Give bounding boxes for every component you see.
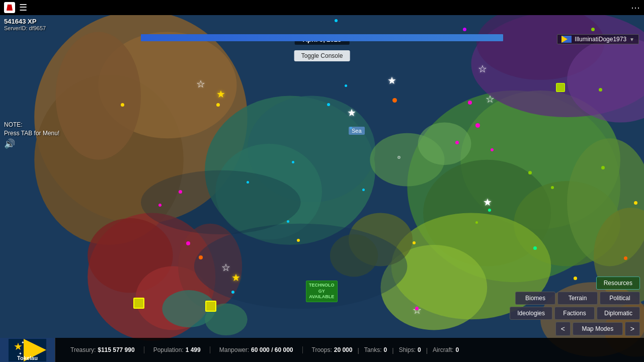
terrain-button[interactable]: Terrain: [557, 292, 598, 305]
player-badge: IlluminatiDoge1973 ▼: [557, 34, 639, 44]
population-value: 1 499: [186, 346, 201, 353]
dot-15: [455, 141, 459, 144]
political-button[interactable]: Political: [600, 292, 640, 305]
dot-1: [335, 19, 338, 22]
svg-point-30: [141, 170, 301, 234]
ideologies-button[interactable]: Ideologies: [510, 307, 552, 320]
dot-6: [327, 103, 330, 106]
dot-2: [463, 28, 466, 31]
map-modes-label: Map Modes: [573, 322, 623, 335]
unit-3: [556, 83, 565, 92]
map-star-9: ★: [231, 272, 240, 284]
manpower-label: Manpower:: [219, 346, 249, 353]
dot-30: [488, 209, 491, 212]
player-xp: 541643 XP: [4, 18, 46, 25]
unit-1: [133, 298, 144, 309]
military-stats: Troops: 20 000 | Tanks: 0 | Ships: 0 | A…: [303, 346, 468, 354]
dot-26: [186, 241, 190, 245]
player-badge-arrow: ▼: [629, 37, 634, 42]
resources-button[interactable]: Resources: [596, 277, 640, 290]
dot-20: [533, 246, 537, 250]
dot-7: [345, 84, 347, 87]
loading-bar-container: [141, 34, 503, 41]
svg-point-28: [418, 123, 471, 165]
menu-icon[interactable]: ☰: [19, 2, 27, 13]
ships-value: 0: [418, 346, 421, 353]
population-label: Population:: [153, 346, 184, 353]
dot-36: [231, 291, 234, 294]
nav-prev-button[interactable]: <: [555, 322, 571, 336]
dot-14: [475, 123, 480, 128]
country-flag-name: Tokelau: [0, 355, 55, 361]
troops-value: 20 000: [334, 346, 353, 353]
dot-31: [475, 221, 478, 224]
map-star-1: ☆: [196, 78, 205, 90]
bottom-stats: Treasury: $115 577 990 Population: 1 499…: [55, 346, 644, 354]
sea-label: Sea: [349, 127, 365, 135]
dot-17: [528, 171, 532, 174]
treasury-stat: Treasury: $115 577 990: [61, 346, 144, 353]
toggle-console-button[interactable]: Toggle Console: [294, 50, 350, 61]
map-star-4: ☆: [478, 63, 487, 75]
troops-label: Troops:: [312, 346, 332, 353]
resources-row: Resources: [596, 277, 640, 290]
ideologies-factions-diplomatic-row: Ideologies Factions Diplomatic: [510, 307, 640, 320]
dot-5: [216, 103, 220, 107]
dot-33: [634, 201, 637, 205]
note-line1: NOTE:: [4, 121, 59, 129]
dot-23: [415, 307, 419, 310]
factions-button[interactable]: Factions: [554, 307, 595, 320]
dot-19: [601, 166, 605, 169]
nav-next-button[interactable]: >: [625, 322, 640, 336]
map-mode-panel: Resources Biomes Terrain Political Ideol…: [510, 277, 640, 336]
dot-4: [121, 103, 124, 107]
map-modes-nav: < Map Modes >: [555, 322, 640, 336]
dot-11: [287, 220, 289, 223]
player-info: 541643 XP ServerID: df9657: [4, 18, 46, 31]
dot-25: [158, 204, 162, 207]
dot-16: [491, 148, 494, 151]
player-flag-icon: [561, 36, 572, 43]
map-star-10: ☆: [413, 304, 422, 316]
tanks-value: 0: [384, 346, 387, 353]
roblox-icon[interactable]: [4, 2, 15, 13]
map-star-2: ★: [216, 88, 225, 100]
map-star-5: ☆: [486, 93, 495, 105]
unit-2: [205, 301, 216, 312]
ships-label: Ships:: [399, 346, 416, 353]
treasury-value: $115 577 990: [98, 346, 134, 353]
dot-35: [392, 98, 397, 103]
treasury-label: Treasury:: [70, 346, 96, 353]
more-options-icon[interactable]: ⋯: [631, 2, 640, 13]
biomes-terrain-political-row: Biomes Terrain Political: [515, 292, 640, 305]
svg-point-4: [56, 32, 141, 160]
aircraft-value: 0: [455, 346, 459, 353]
manpower-stat: Manpower: 60 000 / 60 000: [210, 346, 303, 353]
aircraft-label: Aircraft:: [433, 346, 453, 353]
country-flag-area: ★ ✦ ✦ ✦ Tokelau: [0, 338, 55, 362]
top-bar: ☰ ⋯: [0, 0, 644, 15]
tech-available-badge: TECHNOLOGYAVAILABLE: [306, 281, 338, 302]
map-star-6: ★: [483, 196, 492, 208]
dot-9: [292, 161, 294, 163]
population-stat: Population: 1 499: [144, 346, 210, 353]
note-area: NOTE: Press TAB for Menu!: [4, 121, 59, 138]
dot-34: [624, 256, 627, 260]
dot-27: [199, 255, 203, 259]
map-star-3: ★: [387, 74, 396, 86]
loading-bar-fill: [141, 34, 503, 41]
note-line2: Press TAB for Menu!: [4, 129, 59, 138]
map-star-7: ★: [347, 107, 356, 119]
dot-28: [599, 88, 602, 92]
dot-18: [551, 186, 554, 189]
diplomatic-button[interactable]: Diplomatic: [597, 307, 640, 320]
dot-24: [179, 190, 182, 194]
player-name: IlluminatiDoge1973: [575, 36, 626, 43]
dot-10: [247, 181, 249, 184]
server-id: ServerID: df9657: [4, 25, 46, 31]
dot-21: [413, 241, 416, 244]
dot-22: [297, 239, 300, 242]
dot-12: [362, 189, 365, 191]
biomes-button[interactable]: Biomes: [515, 292, 555, 305]
sound-icon[interactable]: 🔊: [4, 138, 15, 149]
